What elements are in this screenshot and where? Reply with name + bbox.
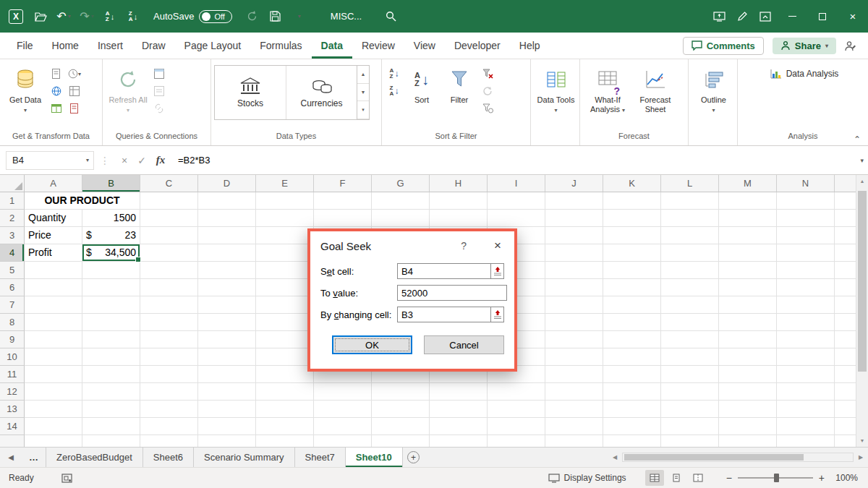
cell-D14[interactable] [198,418,256,435]
column-header-I[interactable]: I [488,175,545,192]
cell-C12[interactable] [140,383,198,401]
page-layout-view-button[interactable] [667,470,686,486]
cell-L7[interactable] [661,296,719,314]
cell-H1[interactable] [430,192,488,210]
cell-overflow[interactable] [835,262,856,279]
cell-B12[interactable] [82,383,140,401]
cell-L6[interactable] [661,279,719,296]
sheet-overflow-icon[interactable]: … [22,448,46,467]
row-header-5[interactable]: 5 [0,262,25,279]
cell-J11[interactable] [545,366,603,383]
cell-I12[interactable] [488,383,545,401]
cell-overflow[interactable] [835,331,856,348]
row-header-overflow[interactable] [0,435,25,447]
row-header-7[interactable]: 7 [0,296,25,314]
cell-K3[interactable] [603,227,661,244]
cell-E2[interactable] [256,210,314,227]
cell-F14[interactable] [314,418,372,435]
cell-K4[interactable] [603,244,661,262]
cell-M9[interactable] [719,331,777,348]
search-icon[interactable] [381,7,400,27]
cell-D1[interactable] [198,192,256,210]
cell-B11[interactable] [82,366,140,383]
cell-L5[interactable] [661,262,719,279]
tab-data[interactable]: Data [312,33,352,59]
column-header-F[interactable]: F [314,175,372,192]
cell-E12[interactable] [256,383,314,401]
cell-K14[interactable] [603,418,661,435]
cell-J10[interactable] [545,348,603,366]
cell-E14[interactable] [256,418,314,435]
cell-K8[interactable] [603,314,661,331]
scroll-right-icon[interactable]: ▶ [854,454,868,461]
cell-H2[interactable] [430,210,488,227]
cell-D13[interactable] [198,401,256,418]
column-header-J[interactable]: J [545,175,603,192]
cell-J7[interactable] [545,296,603,314]
recent-sources-icon[interactable]: ▾ [67,67,82,80]
cell-L8[interactable] [661,314,719,331]
cell-N1[interactable] [777,192,835,210]
cell-D7[interactable] [198,296,256,314]
excel-app-icon[interactable]: X [9,9,23,24]
scroll-down-icon[interactable]: ▼ [856,435,868,447]
cell-overflow[interactable] [835,227,856,244]
cell-C8[interactable] [140,314,198,331]
sort-button[interactable]: AZ↓ Sort [404,63,439,127]
qat-customize-icon[interactable]: ▾ [289,7,308,27]
cell-M1[interactable] [719,192,777,210]
cell-D6[interactable] [198,279,256,296]
cell-overflow[interactable] [835,348,856,366]
cell-overflow[interactable] [140,435,198,447]
cell-G12[interactable] [372,383,430,401]
cell-D12[interactable] [198,383,256,401]
column-header-K[interactable]: K [603,175,661,192]
cell-M5[interactable] [719,262,777,279]
cell-A3[interactable]: Price [25,227,82,244]
cell-C3[interactable] [140,227,198,244]
cell-E5[interactable] [256,262,314,279]
close-button[interactable]: × [838,0,868,33]
outline-button[interactable]: Outline▾ [693,63,734,127]
row-header-12[interactable]: 12 [0,383,25,401]
cell-M6[interactable] [719,279,777,296]
cell-J1[interactable] [545,192,603,210]
sheet-tab-sheet10[interactable]: Sheet10 [346,448,403,467]
cell-J6[interactable] [545,279,603,296]
from-table-icon[interactable] [48,102,64,115]
data-tools-button[interactable]: Data Tools▾ [535,63,576,127]
cell-A1[interactable]: OUR PRODUCT [25,192,140,210]
cell-E4[interactable] [256,244,314,262]
cell-G14[interactable] [372,418,430,435]
gallery-up-icon[interactable]: ▲ [357,66,369,84]
data-analysis-button[interactable]: Data Analysis [766,66,843,82]
column-header-C[interactable]: C [140,175,198,192]
column-header-M[interactable]: M [719,175,777,192]
sheet-tab-sheet7[interactable]: Sheet7 [295,448,346,467]
cell-A13[interactable] [25,401,82,418]
cell-overflow[interactable] [430,435,488,447]
cell-E13[interactable] [256,401,314,418]
column-header-D[interactable]: D [198,175,256,192]
tab-view[interactable]: View [404,33,445,59]
row-header-2[interactable]: 2 [0,210,25,227]
cell-overflow[interactable] [198,435,256,447]
cell-L1[interactable] [661,192,719,210]
cell-M11[interactable] [719,366,777,383]
cell-overflow[interactable] [25,435,82,447]
vertical-scrollbar[interactable]: ▲ ▼ [856,175,868,447]
cell-A4[interactable]: Profit [25,244,82,262]
help-icon[interactable]: ? [458,240,469,252]
cell-C11[interactable] [140,366,198,383]
cell-B13[interactable] [82,401,140,418]
sort-descending-icon[interactable]: ZA↓ [386,85,402,98]
row-header-11[interactable]: 11 [0,366,25,383]
cell-E6[interactable] [256,279,314,296]
cell-N7[interactable] [777,296,835,314]
cell-C2[interactable] [140,210,198,227]
cell-M8[interactable] [719,314,777,331]
cell-overflow[interactable] [661,435,719,447]
horizontal-scrollbar[interactable]: ◀ ▶ [608,448,868,467]
cell-K11[interactable] [603,366,661,383]
cell-C5[interactable] [140,262,198,279]
